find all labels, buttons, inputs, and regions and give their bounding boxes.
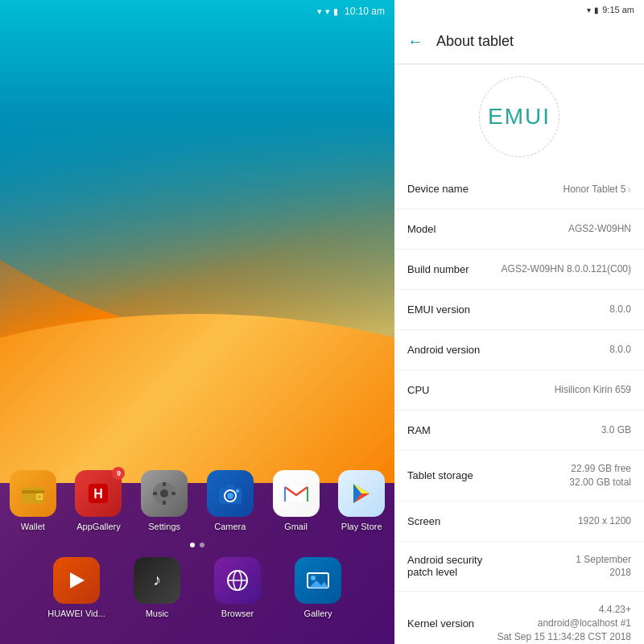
info-label-10: Kernel version [407,617,474,630]
dock-icon-browser [214,557,261,604]
info-value-text-0: Honor Tablet 5 [563,184,625,195]
badge-appgallery: 9 [112,467,125,480]
info-row-5: CPUHisilicon Kirin 659 [394,370,644,411]
svg-rect-15 [226,485,234,489]
info-row-7: Tablet storage22.99 GB free 32.00 GB tot… [394,451,644,502]
svg-rect-1 [22,490,44,493]
app-icon-camera [207,470,254,517]
app-icon-gmail [273,470,320,517]
app-settings[interactable]: Settings [139,470,189,531]
dock-label-gallery: Gallery [304,609,332,618]
home-screen: ▾ ▾ ▮ 10:10 am Wallet H 9AppGallery Sett… [0,0,394,644]
dock-app-browser[interactable]: Browser [208,557,266,618]
app-camera[interactable]: Camera [205,470,255,531]
app-label-appgallery: AppGallery [76,522,120,531]
about-panel: ▾ ▮ 9:15 am ← About tablet EMUI Device n… [394,0,644,644]
dock-app-gallery[interactable]: Gallery [289,557,347,618]
info-row-10: Kernel version4.4.23+ android@localhost … [394,592,644,644]
signal-icon: ▾ [325,6,330,17]
svg-rect-17 [285,485,308,502]
app-playstore[interactable]: Play Store [336,470,386,531]
dock-app-music[interactable]: ♪Music [128,557,186,618]
app-icon-settings [141,470,188,517]
dock-icon-music: ♪ [134,557,180,604]
info-row-6: RAM3.0 GB [394,411,644,451]
svg-text:♪: ♪ [153,571,161,588]
info-row-8: Screen1920 x 1200 [394,502,644,542]
info-value-10: 4.4.23+ android@localhost #1 Sat Sep 15 … [474,603,631,643]
info-label-2: Build number [407,263,469,275]
svg-point-28 [311,576,316,580]
wifi-icon-right: ▾ [587,6,591,14]
status-icons: ▾ ▾ ▮ [317,6,338,17]
back-button[interactable]: ← [407,32,423,51]
app-icon-wallet [10,470,56,517]
app-label-playstore: Play Store [341,522,382,531]
svg-point-16 [236,489,239,493]
app-label-camera: Camera [214,522,246,531]
info-row-1: ModelAGS2-W09HN [394,209,644,250]
info-label-7: Tablet storage [407,469,473,481]
app-grid: Wallet H 9AppGallery Settings Camera Gma… [0,470,394,531]
chevron-icon-0: › [627,183,631,196]
emui-circle: EMUI [479,76,559,157]
svg-rect-11 [171,492,175,495]
info-label-4: Android version [407,344,480,356]
info-row-0[interactable]: Device nameHonor Tablet 5› [394,169,644,209]
svg-text:H: H [94,487,104,501]
emui-logo-area: EMUI [394,64,644,169]
info-row-3: EMUI version8.0.0 [394,290,644,330]
wifi-icon: ▾ [317,6,322,17]
info-label-0: Device name [407,183,469,195]
app-icon-appgallery: H 9 [75,470,122,517]
info-value-5: Hisilicon Kirin 659 [429,383,631,397]
svg-marker-22 [70,572,85,588]
info-value-4: 8.0.0 [480,343,631,357]
status-bar-left: ▾ ▾ ▮ 10:10 am [0,0,394,23]
svg-point-3 [38,495,41,498]
info-row-2: Build numberAGS2-W09HN 8.0.0.121(C00) [394,250,644,290]
about-header: ← About tablet [394,19,644,64]
app-label-settings: Settings [148,522,180,531]
info-label-5: CPU [407,384,429,396]
svg-rect-8 [163,482,166,486]
info-value-8: 1920 x 1200 [440,514,631,528]
info-label-9: Android security patch level [407,554,504,578]
app-dock: HUAWEI Vid...♪Music Browser Gallery [0,547,394,628]
dock-label-huawei-vid: HUAWEI Vid... [47,609,105,618]
app-appgallery[interactable]: H 9AppGallery [74,470,124,531]
dock-icon-gallery [295,557,341,604]
emui-logo: EMUI [488,104,551,130]
svg-rect-10 [153,492,157,495]
info-label-3: EMUI version [407,303,470,316]
battery-icon-right: ▮ [594,6,599,14]
info-value-2: AGS2-W09HN 8.0.0.121(C00) [469,262,631,276]
about-title: About tablet [436,33,514,50]
info-value-7: 22.99 GB free 32.00 GB total [473,462,631,489]
app-icon-playstore [338,470,385,517]
dock-app-huawei-vid[interactable]: HUAWEI Vid... [47,557,105,618]
app-wallet[interactable]: Wallet [8,470,58,531]
status-time-right: 9:15 am [602,5,634,14]
info-label-8: Screen [407,515,440,527]
svg-marker-29 [309,580,328,588]
svg-rect-9 [163,501,166,505]
info-value-6: 3.0 GB [431,423,631,437]
dock-label-browser: Browser [221,609,254,618]
info-value-0: Honor Tablet 5› [469,183,631,196]
app-label-wallet: Wallet [21,522,45,531]
info-value-1: AGS2-W09HN [436,222,631,236]
info-label-6: RAM [407,424,431,436]
app-label-gmail: Gmail [284,522,308,531]
info-row-4: Android version8.0.0 [394,330,644,370]
dock-icon-huawei-vid [53,557,100,604]
info-list: Device nameHonor Tablet 5›ModelAGS2-W09H… [394,169,644,644]
status-time-left: 10:10 am [345,6,385,17]
battery-icon: ▮ [333,6,338,17]
status-bar-right: ▾ ▮ 9:15 am [394,0,644,19]
info-label-1: Model [407,223,436,235]
app-gmail[interactable]: Gmail [271,470,321,531]
svg-point-14 [227,493,233,499]
svg-point-7 [160,489,168,497]
info-row-9: Android security patch level1 September … [394,542,644,592]
